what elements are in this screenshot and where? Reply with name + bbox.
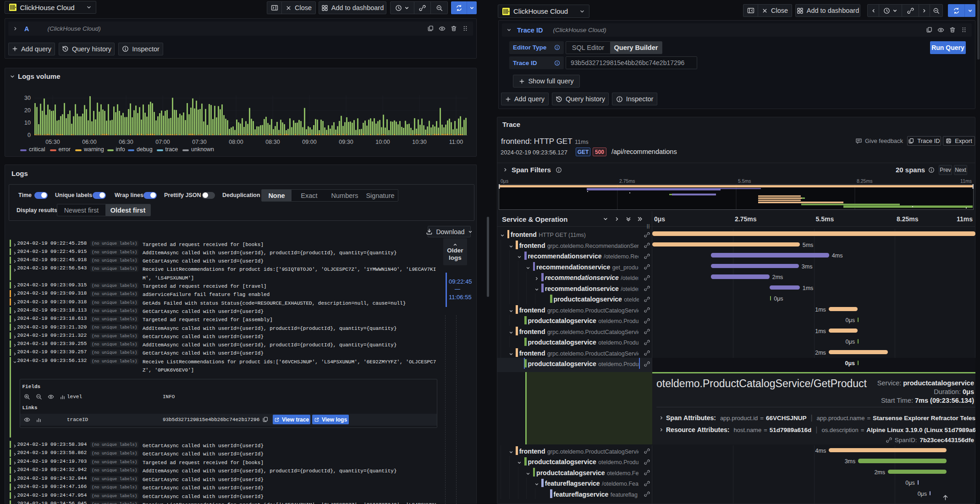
svg-text:07:00: 07:00 (155, 139, 170, 145)
svg-text:0μs: 0μs (501, 178, 508, 184)
svg-text:10:30: 10:30 (412, 139, 426, 145)
svg-text:09:30: 09:30 (339, 139, 353, 145)
svg-text:08:00: 08:00 (229, 139, 243, 145)
svg-text:11:00: 11:00 (449, 139, 463, 145)
svg-text:30: 30 (24, 95, 31, 101)
svg-text:20: 20 (24, 107, 31, 114)
svg-text:05:30: 05:30 (45, 139, 60, 145)
svg-text:09:00: 09:00 (302, 139, 316, 145)
svg-text:0: 0 (28, 132, 31, 138)
svg-text:06:00: 06:00 (82, 139, 96, 145)
svg-text:10:00: 10:00 (375, 139, 390, 145)
svg-text:5.5ms: 5.5ms (738, 178, 751, 184)
svg-text:8.25ms: 8.25ms (857, 178, 872, 184)
svg-text:08:30: 08:30 (265, 139, 280, 145)
svg-text:10: 10 (24, 120, 31, 126)
svg-text:11ms: 11ms (960, 178, 972, 184)
svg-text:2.75ms: 2.75ms (619, 178, 635, 184)
svg-text:07:30: 07:30 (192, 139, 206, 145)
svg-text:06:30: 06:30 (119, 139, 133, 145)
